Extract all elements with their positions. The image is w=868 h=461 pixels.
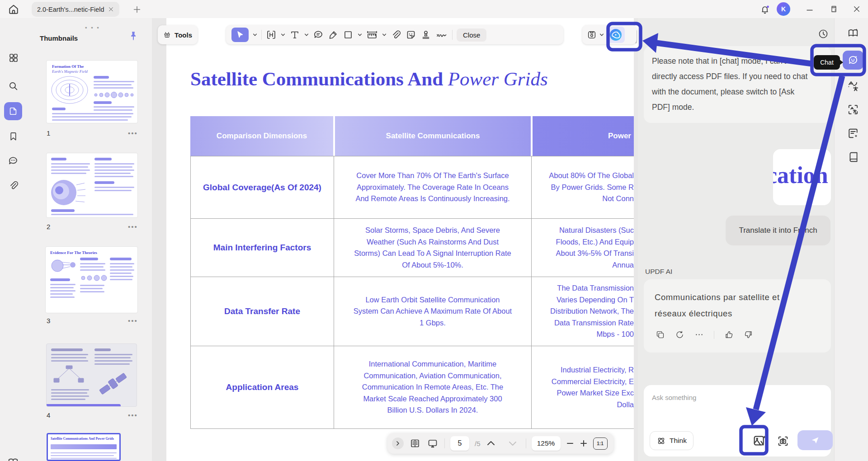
previous-page-button[interactable] [486, 440, 496, 447]
zoom-value: 125% [537, 439, 555, 447]
thumbnail-page-3[interactable]: Evidence For The Theories [45, 246, 138, 313]
chevron-down-icon[interactable] [358, 33, 362, 37]
thumbnail-page-2[interactable] [46, 153, 138, 218]
regenerate-icon[interactable] [675, 330, 684, 339]
collapse-bar-button[interactable] [392, 437, 404, 449]
thumbnail-4-menu[interactable]: ••• [128, 411, 138, 419]
zoom-in-button[interactable] [580, 439, 588, 447]
document-tab[interactable]: 2.0-Earth's...netic-Field [32, 2, 119, 17]
translate-page-icon [847, 103, 859, 116]
ai-summarize-note-button[interactable] [846, 127, 860, 140]
frame-tool-button[interactable] [266, 29, 277, 40]
thumbnail-page-5-current[interactable]: Satellite Communications And Power Grids [47, 433, 121, 461]
text-tool-button[interactable] [289, 29, 300, 40]
sidebar-item-thumbnails[interactable] [4, 102, 22, 120]
tools-button[interactable]: Tools [158, 25, 198, 44]
panel-drag-handle[interactable]: • • • [85, 24, 100, 31]
new-tab-button[interactable] [132, 5, 142, 14]
pin-panel-button[interactable] [129, 31, 137, 42]
avatar[interactable]: K [777, 2, 790, 16]
row3-dimension: Data Transfer Rate [190, 277, 334, 346]
signature-tool-button[interactable] [435, 29, 448, 40]
cell-line: International Communication, Maritime [369, 358, 496, 370]
think-toggle-button[interactable]: Think [650, 431, 693, 450]
thumb1-line [94, 109, 132, 111]
close-toolbar-button[interactable]: Close [457, 28, 486, 42]
chat-history-button[interactable] [817, 28, 829, 40]
ai-response-card: Communications par satellite et réseaux … [644, 279, 831, 353]
minimize-button[interactable] [806, 5, 814, 14]
pen-tool-button[interactable] [328, 29, 339, 40]
chevron-down-icon[interactable] [281, 33, 285, 37]
thumbnail-page-4[interactable] [46, 343, 137, 407]
page-number-input[interactable]: 5 [450, 436, 469, 451]
attach-tool-button[interactable] [391, 29, 401, 40]
thumb1-field-diagram [50, 75, 89, 105]
send-icon [810, 435, 820, 445]
ai-translate-button[interactable] [846, 80, 860, 92]
maximize-button[interactable] [829, 5, 837, 13]
cell-line: Dolla [617, 399, 634, 411]
chevron-down-icon[interactable] [253, 33, 257, 37]
chevron-down-icon[interactable] [382, 33, 387, 37]
table-header-2: Satellite Communications [335, 116, 531, 156]
sidebar-item-bookmarks[interactable] [8, 131, 19, 142]
edit-toolbar: Close [226, 25, 563, 44]
chevron-down-icon[interactable] [599, 33, 604, 37]
thumbs-down-icon[interactable] [744, 330, 753, 339]
user-image-attachment[interactable]: cation [773, 149, 831, 205]
chat-input[interactable] [652, 391, 819, 403]
cell-line: Communication, Aviation Communication, [363, 370, 501, 382]
thumb4-network-diagram [50, 365, 88, 385]
select-tool-button[interactable] [231, 28, 249, 42]
row2-power-cell: Natural Disasters (Suc Floods, Etc.) And… [532, 219, 634, 277]
zoom-out-button[interactable] [566, 439, 574, 447]
sidebar-item-reader[interactable] [7, 456, 19, 461]
presentation-button[interactable] [426, 438, 439, 449]
stamp-tool-button[interactable] [420, 29, 431, 40]
sidebar-item-search[interactable] [8, 80, 19, 92]
presentation-icon [426, 438, 439, 449]
shape-tool-button[interactable] [343, 29, 354, 40]
screenshot-button[interactable] [776, 434, 790, 448]
chevron-down-icon[interactable] [304, 33, 309, 37]
ai-reader-button[interactable] [847, 150, 859, 163]
sidebar-item-grid[interactable] [8, 52, 19, 63]
more-icon[interactable] [694, 330, 704, 339]
sticker-tool-button[interactable] [406, 29, 416, 40]
sidebar-item-attachments[interactable] [8, 180, 19, 191]
response-line: Communications par satellite et [655, 289, 820, 306]
save-icon[interactable] [587, 30, 597, 40]
chat-tooltip-label: Chat [820, 59, 834, 66]
cell-line: Commercial Electricity, E [552, 376, 634, 388]
thumbnail-3-menu[interactable]: ••• [128, 317, 138, 325]
notifications-button[interactable] [760, 4, 770, 15]
actual-size-button[interactable]: 1:1 [593, 437, 608, 450]
measure-tool-button[interactable] [366, 29, 378, 40]
send-button[interactable] [797, 430, 833, 450]
two-page-view-button[interactable] [409, 438, 421, 449]
close-window-button[interactable] [853, 5, 861, 13]
ai-translate-page-button[interactable] [847, 103, 859, 116]
thumbnail-1-menu[interactable]: ••• [128, 129, 138, 137]
ai-summary-book-button[interactable] [846, 27, 860, 40]
close-tab-icon[interactable] [108, 6, 114, 12]
toolbar-divider [444, 438, 445, 448]
thumbs-up-icon[interactable] [724, 330, 734, 339]
thumb3-line [110, 266, 132, 268]
thumb5-line [51, 455, 114, 456]
thumbnail-2-menu[interactable]: ••• [128, 223, 138, 230]
thumbnail-page-1[interactable]: Formation Of The Earth's Magnetic Field [46, 60, 138, 123]
next-page-button[interactable] [508, 440, 518, 447]
zoom-level-input[interactable]: 125% [532, 436, 561, 451]
ai-chat-mode-button[interactable] [843, 51, 863, 70]
copy-icon[interactable] [656, 330, 665, 339]
thumb3-line [50, 287, 74, 288]
updf-ai-button[interactable] [607, 27, 625, 43]
home-button[interactable] [7, 3, 20, 16]
sidebar-item-comments[interactable] [7, 155, 19, 166]
thumb3-circles-row [80, 275, 108, 281]
book-sparkle-icon [847, 28, 859, 39]
comment-tool-button[interactable] [313, 29, 324, 40]
upload-image-button[interactable] [751, 432, 768, 449]
